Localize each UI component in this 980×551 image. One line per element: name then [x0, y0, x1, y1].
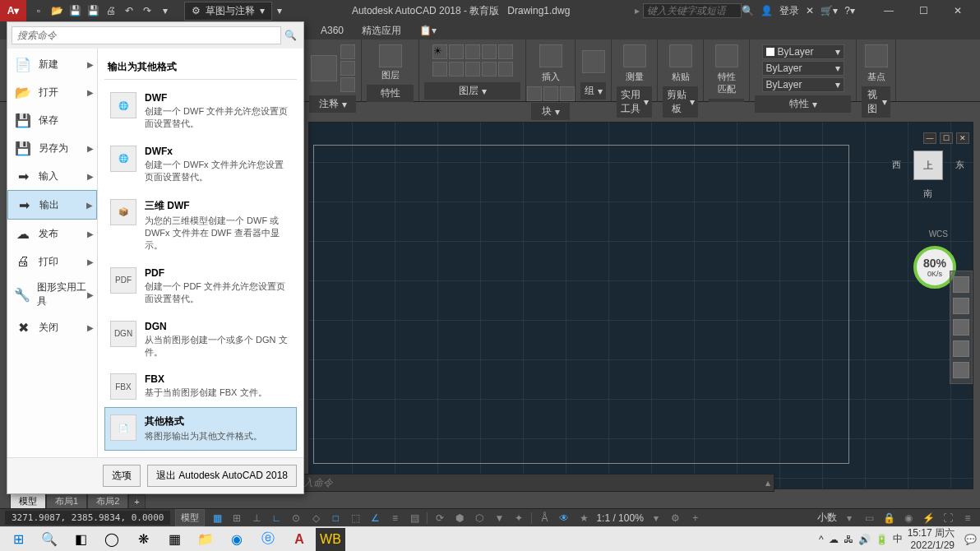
lwt-toggle-icon[interactable]: ≡ [387, 511, 402, 526]
matchprop-icon[interactable] [715, 44, 738, 67]
export-item-DGN[interactable]: DGNDGN从当前图形创建一个或多个 DGN 文件。 [104, 313, 297, 367]
close-button[interactable]: ✕ [941, 0, 975, 21]
layer-prev-icon[interactable] [482, 62, 497, 76]
undo-icon[interactable]: ↶ [122, 3, 136, 18]
exchange-icon[interactable]: ✕ [806, 5, 814, 16]
lock-ui-icon[interactable]: 🔒 [881, 511, 896, 526]
text-icon[interactable] [311, 55, 337, 81]
linetype-dropdown[interactable]: ByLayer▾ [762, 61, 844, 76]
chevron-down-icon[interactable]: ▾ [882, 96, 887, 108]
menu-item-0[interactable]: 📄新建▶ [7, 50, 97, 78]
layer-sun-icon[interactable]: ☀ [432, 44, 447, 59]
table-icon[interactable] [340, 77, 355, 92]
attr-block-icon[interactable] [560, 86, 575, 101]
drawing-area[interactable]: — ☐ ✕ 上 北 南 西 东 WCS 80% 0K/s [308, 122, 973, 489]
hwaccel-icon[interactable]: ⚡ [921, 511, 936, 526]
chevron-down-icon[interactable]: ▾ [342, 99, 347, 110]
taskbar-clock[interactable]: 15:17 周六 2022/1/29 [908, 527, 959, 551]
login-label[interactable]: 登录 [779, 4, 799, 18]
orbit-icon[interactable] [953, 340, 969, 357]
signin-icon[interactable]: 👤 [760, 5, 773, 16]
save-icon[interactable]: 💾 [67, 3, 82, 18]
maximize-button[interactable]: ☐ [906, 0, 941, 21]
wcs-label[interactable]: WCS [929, 229, 948, 238]
tray-ime-icon[interactable]: 中 [893, 532, 903, 546]
tray-battery-icon[interactable]: 🔋 [876, 534, 888, 545]
tab-model[interactable]: 模型 [10, 493, 46, 509]
explorer-icon[interactable]: 📁 [191, 528, 220, 551]
viewcube-w[interactable]: 西 [892, 159, 901, 171]
start-button[interactable]: ⊞ [3, 528, 33, 551]
filter-icon[interactable]: ▼ [492, 511, 506, 526]
export-item-其他格式[interactable]: 📄其他格式将图形输出为其他文件格式。 [104, 407, 297, 450]
zoom-label[interactable]: 1:1 / 100% [596, 512, 643, 524]
export-item-FBX[interactable]: FBXFBX基于当前图形创建 FBX 文件。 [104, 366, 297, 407]
help-icon[interactable]: ?▾ [844, 5, 855, 16]
transparency-icon[interactable]: ▤ [407, 511, 422, 526]
app-taskbar-icon[interactable]: WB [316, 528, 345, 551]
ie-icon[interactable]: ⓔ [253, 528, 283, 551]
layer-more-icon[interactable] [498, 44, 513, 59]
layer-color-icon[interactable] [482, 44, 497, 59]
tray-network-icon[interactable]: 🖧 [844, 534, 853, 545]
qat-more-icon[interactable]: ▾ [158, 3, 173, 18]
chevron-down-icon[interactable]: ▾ [598, 86, 603, 97]
viewcube-e[interactable]: 东 [955, 159, 964, 171]
doc-minimize[interactable]: — [923, 132, 936, 144]
title-search-chevron[interactable]: ▸ [635, 5, 640, 16]
command-search-input[interactable] [12, 26, 281, 44]
customize-icon[interactable]: ≡ [960, 511, 975, 526]
chevron-down-icon[interactable]: ▾ [644, 96, 649, 108]
dim-icon[interactable] [340, 44, 355, 59]
command-input[interactable] [294, 477, 760, 488]
saveas-icon[interactable]: 💾 [86, 3, 100, 18]
app-menu-button[interactable]: A▾ [0, 0, 26, 21]
tab-layout2[interactable]: 布局2 [87, 493, 128, 509]
coordinates[interactable]: 3271.9087, 2385.9834, 0.0000 [5, 511, 170, 525]
otrack-toggle-icon[interactable]: ∠ [368, 511, 382, 526]
polar-toggle-icon[interactable]: ⊙ [289, 511, 303, 526]
chevron-down-icon[interactable]: ▾ [555, 106, 560, 118]
options-button[interactable]: 选项 [103, 465, 141, 487]
gizmo-icon[interactable]: ✦ [511, 511, 526, 526]
units-label[interactable]: 小数 [817, 511, 837, 525]
menu-item-3[interactable]: 💾另存为▶ [7, 134, 97, 162]
paste-icon[interactable] [669, 44, 692, 67]
measure-icon[interactable] [623, 44, 646, 67]
doc-restore[interactable]: ☐ [940, 132, 953, 144]
search-taskbar-icon[interactable]: 🔍 [35, 528, 64, 551]
menu-item-6[interactable]: ☁发布▶ [7, 220, 97, 248]
model-space-toggle[interactable]: 模型 [175, 509, 205, 526]
lineweight-dropdown[interactable]: ByLayer▾ [762, 77, 844, 92]
chevron-down-icon[interactable]: ▾ [812, 99, 817, 110]
insert-icon[interactable] [539, 44, 562, 67]
layer-match-icon[interactable] [465, 62, 480, 76]
isolate-icon[interactable]: ◉ [901, 511, 916, 526]
layer-lock-icon[interactable] [465, 44, 480, 59]
search-icon[interactable]: 🔍 [742, 5, 754, 16]
create-block-icon[interactable] [527, 86, 542, 101]
gear-icon[interactable]: ⚙ [668, 511, 683, 526]
layer-off-icon[interactable] [449, 62, 464, 76]
minimize-button[interactable]: — [871, 0, 906, 21]
osnap-toggle-icon[interactable]: □ [328, 511, 343, 526]
workspace-more-icon[interactable]: ▾ [272, 3, 287, 18]
infer-toggle-icon[interactable]: ⊥ [249, 511, 264, 526]
menu-item-4[interactable]: ➡输入▶ [7, 162, 97, 190]
layer-state-icon[interactable] [498, 62, 513, 76]
search-icon[interactable]: 🔍 [281, 26, 299, 44]
3d-icon[interactable]: ⬢ [452, 511, 467, 526]
plot-icon[interactable]: 🖨 [104, 3, 118, 18]
layer-prop-icon[interactable] [379, 44, 402, 67]
full-nav-wheel-icon[interactable] [953, 276, 969, 293]
pan-icon[interactable] [953, 298, 969, 314]
redo-icon[interactable]: ↷ [140, 3, 155, 18]
taskview-icon[interactable]: ◧ [66, 528, 95, 551]
menu-item-2[interactable]: 💾保存 [7, 106, 97, 134]
new-icon[interactable]: ▫ [31, 3, 46, 18]
qp-icon[interactable]: ▭ [862, 511, 876, 526]
plus-icon[interactable]: + [688, 511, 703, 526]
showmotion-icon[interactable] [953, 362, 969, 378]
widget-icon[interactable]: ▦ [159, 528, 189, 551]
exit-button[interactable]: 退出 Autodesk AutoCAD 2018 [147, 465, 297, 487]
